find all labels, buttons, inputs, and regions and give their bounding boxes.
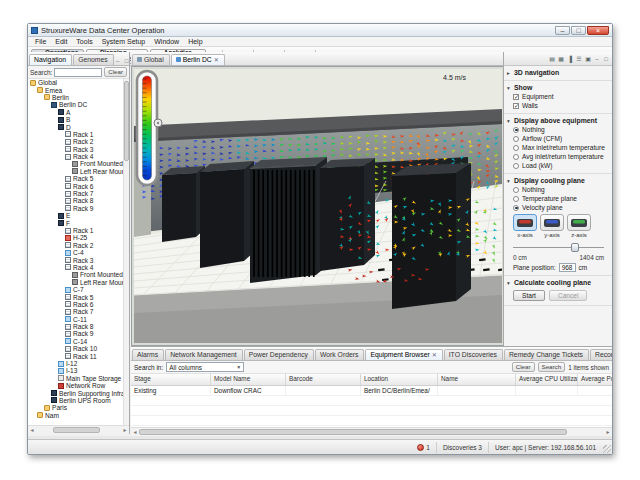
tree-item-berlin-supporting-infrastru[interactable]: Berlin Supporting Infrastru xyxy=(28,389,123,396)
checkbox-walls[interactable]: ✓Walls xyxy=(504,101,612,110)
tree-item-c-4[interactable]: C-4 xyxy=(28,249,123,256)
column-average-pow[interactable]: Average Pow... xyxy=(578,374,612,385)
close-button[interactable]: × xyxy=(587,26,609,35)
scroll-right-icon[interactable]: ▸ xyxy=(604,428,612,436)
tree-vertical-scrollbar[interactable] xyxy=(123,79,129,425)
menu-help[interactable]: Help xyxy=(184,38,206,45)
tree-item-paris[interactable]: Paris xyxy=(28,404,123,411)
search-column-select[interactable]: All columns▼ xyxy=(166,362,244,372)
tree-item-berlin[interactable]: Berlin xyxy=(28,94,123,101)
tree-item-rack-3[interactable]: Rack 3 xyxy=(28,256,123,263)
table-clear-button[interactable]: Clear xyxy=(512,362,535,372)
editor-tab-berlin-dc[interactable]: Berlin DC✕ xyxy=(171,54,225,65)
tree-item-h-25[interactable]: H-25 xyxy=(28,234,123,241)
tree-item-c-14[interactable]: C-14 xyxy=(28,338,123,345)
radio-max-inlet-return-temperature[interactable]: Max inlet/return temperature xyxy=(504,143,612,152)
tree-search-input[interactable] xyxy=(54,68,102,77)
bottom-tab-power-dependency[interactable]: Power Dependency xyxy=(244,349,314,360)
tree-item-front-mounted[interactable]: Front Mounted xyxy=(28,160,123,167)
menu-file[interactable]: File xyxy=(31,38,50,45)
cancel-button[interactable]: Cancel xyxy=(549,290,588,301)
tree-item-i-12[interactable]: I-12 xyxy=(28,360,123,367)
bottom-tab-equipment-browser[interactable]: Equipment Browser✕ xyxy=(365,349,442,360)
bottom-tab-network-management[interactable]: Network Management xyxy=(165,349,243,360)
tree-item-d[interactable]: D xyxy=(28,123,123,130)
table-horizontal-scrollbar[interactable]: ◂ ▸ xyxy=(131,427,612,436)
tree-item-emea[interactable]: Emea xyxy=(28,86,123,93)
minimize-button[interactable]: – xyxy=(555,26,570,35)
maximize-button[interactable]: □ xyxy=(571,26,586,35)
scroll-left-icon[interactable]: ◂ xyxy=(131,428,139,436)
minimize-view-icon[interactable]: – xyxy=(114,57,122,65)
close-tab-icon[interactable]: ✕ xyxy=(214,56,219,63)
tree-item-berlin-dc[interactable]: Berlin DC xyxy=(28,101,123,108)
section-header-show[interactable]: ▾Show xyxy=(504,83,612,92)
tree-item-rack-7[interactable]: Rack 7 xyxy=(28,190,123,197)
tree-item-main-tape-storage[interactable]: Main Tape Storage xyxy=(28,375,123,382)
tree-horizontal-scrollbar[interactable]: ◂ ▸ xyxy=(28,425,129,434)
maximize-panel-icon[interactable]: □ xyxy=(602,55,610,63)
tree-item-rack-8[interactable]: Rack 8 xyxy=(28,323,123,330)
section-header-display-above-equipment[interactable]: ▾Display above equipment xyxy=(504,116,612,125)
console-view-icon[interactable]: ▤ xyxy=(548,55,556,63)
tree-item-rack-4[interactable]: Rack 4 xyxy=(28,153,123,160)
radio-temperature-plane[interactable]: Temperature plane xyxy=(504,194,612,203)
tree-item-rack-1[interactable]: Rack 1 xyxy=(28,227,123,234)
tree-item-c-11[interactable]: C-11 xyxy=(28,316,123,323)
table-search-button[interactable]: Search xyxy=(538,362,566,372)
3d-scene[interactable]: 4.5 m/s xyxy=(134,69,502,343)
3d-scene-canvas[interactable] xyxy=(134,69,502,343)
tree-item-rack-9[interactable]: Rack 9 xyxy=(28,330,123,337)
plane-position-value[interactable]: 968 xyxy=(559,263,576,272)
checkbox-equipment[interactable]: ✓Equipment xyxy=(504,92,612,101)
column-name[interactable]: Name xyxy=(438,374,516,385)
tree-item-rack-2[interactable]: Rack 2 xyxy=(28,242,123,249)
tree-item-rack-9[interactable]: Rack 9 xyxy=(28,205,123,212)
tree-item-rack-5[interactable]: Rack 5 xyxy=(28,293,123,300)
tree-clear-button[interactable]: Clear xyxy=(104,67,127,77)
tree-item-front-mounted[interactable]: Front Mounted xyxy=(28,271,123,278)
slider-thumb[interactable] xyxy=(571,243,579,252)
column-average-cpu-utilization[interactable]: Average CPU Utilization ... xyxy=(516,374,578,385)
tree-item-a[interactable]: A xyxy=(28,109,123,116)
tree-item-rack-6[interactable]: Rack 6 xyxy=(28,301,123,308)
tree-item-left-rear-moun[interactable]: Left Rear Moun xyxy=(28,279,123,286)
pin-view-icon[interactable]: ▣ xyxy=(584,55,592,63)
bottom-tab-work-orders[interactable]: Work Orders xyxy=(315,349,364,360)
radio-airflow-cfm[interactable]: Airflow (CFM) xyxy=(504,134,612,143)
bottom-tab-remedy-change-tickets[interactable]: Remedy Change Tickets xyxy=(504,349,589,360)
tree-item-nam[interactable]: Nam xyxy=(28,412,123,419)
tree-item-rack-2[interactable]: Rack 2 xyxy=(28,138,123,145)
menu-system-setup[interactable]: System Setup xyxy=(98,38,150,45)
tree-item-network-row[interactable]: Network Row xyxy=(28,382,123,389)
table-row[interactable]: ExistingDownflow CRACBerlin DC/Berlin/Em… xyxy=(131,386,612,396)
tree-item-rack-5[interactable]: Rack 5 xyxy=(28,175,123,182)
tab-genomes[interactable]: Genomes xyxy=(73,54,113,65)
split-view-icon[interactable]: ▐ xyxy=(566,55,574,63)
bottom-tab-ito-discoveries[interactable]: ITO Discoveries xyxy=(444,349,503,360)
scroll-right-icon[interactable]: ▸ xyxy=(121,426,129,434)
tree-item-rack-3[interactable]: Rack 3 xyxy=(28,146,123,153)
radio-avg-inlet-return-temperature[interactable]: Avg inlet/return temperature xyxy=(504,152,612,161)
axis-button-y-axis[interactable]: y-axis xyxy=(540,214,564,238)
column-barcode[interactable]: Barcode xyxy=(286,374,361,385)
menu-window[interactable]: Window xyxy=(150,38,183,45)
bottom-tab-recommendation[interactable]: Recommendation xyxy=(590,349,612,360)
minimize-panel-icon[interactable]: – xyxy=(593,55,601,63)
resize-grip[interactable] xyxy=(603,445,611,453)
tree-item-rack-8[interactable]: Rack 8 xyxy=(28,197,123,204)
section-header-3d-navigation[interactable]: ▸3D navigation xyxy=(504,68,612,77)
tree-item-i-13[interactable]: I-13 xyxy=(28,367,123,374)
list-view-icon[interactable]: ☰ xyxy=(575,55,583,63)
radio-velocity-plane[interactable]: Velocity plane xyxy=(504,203,612,212)
tree-item-rack-7[interactable]: Rack 7 xyxy=(28,308,123,315)
tab-navigation[interactable]: Navigation xyxy=(29,54,72,65)
radio-nothing[interactable]: Nothing xyxy=(504,125,612,134)
plane-slider[interactable] xyxy=(513,243,604,252)
scroll-left-icon[interactable]: ◂ xyxy=(28,426,36,434)
tree-item-rack-1[interactable]: Rack 1 xyxy=(28,131,123,138)
tree-item-berlin-ups-room[interactable]: Berlin UPS Room xyxy=(28,397,123,404)
tree-item-rack-10[interactable]: Rack 10 xyxy=(28,345,123,352)
axis-button-x-axis[interactable]: x-axis xyxy=(513,214,537,238)
layout-view-icon[interactable]: ▦ xyxy=(557,55,565,63)
